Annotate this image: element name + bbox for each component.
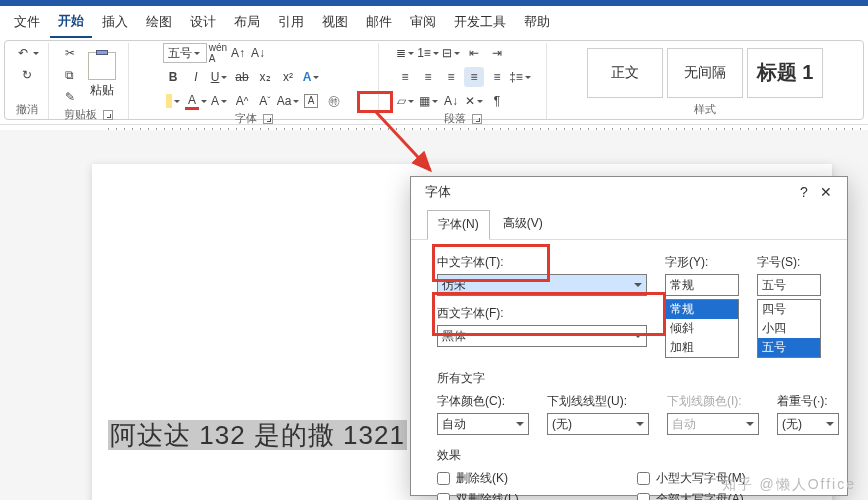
circled-char-button[interactable]: ㊕ bbox=[324, 91, 344, 111]
style-nospace[interactable]: 无间隔 bbox=[667, 48, 743, 98]
char-shading-button[interactable]: A bbox=[209, 91, 229, 111]
paste-button[interactable]: 粘贴 bbox=[85, 50, 119, 101]
font-color-button[interactable]: A bbox=[186, 91, 206, 111]
show-marks-button[interactable]: ¶ bbox=[487, 91, 507, 111]
dialog-tab-advanced[interactable]: 高级(V) bbox=[492, 209, 554, 239]
menu-layout[interactable]: 布局 bbox=[226, 9, 268, 37]
shrink-font2[interactable]: Aˇ bbox=[255, 91, 275, 111]
highlight-button[interactable] bbox=[163, 91, 183, 111]
underline-color-label: 下划线颜色(I): bbox=[667, 393, 759, 410]
emphasis-label: 着重号(·): bbox=[777, 393, 839, 410]
cn-font-combo[interactable]: 仿宋 bbox=[437, 274, 647, 296]
phonetic-button[interactable]: wénA bbox=[209, 44, 227, 62]
cb-double-strike[interactable]: 双删除线(L) bbox=[437, 491, 519, 500]
menu-mail[interactable]: 邮件 bbox=[358, 9, 400, 37]
west-font-combo[interactable]: 黑体 bbox=[437, 325, 647, 347]
cn-font-label: 中文字体(T): bbox=[437, 254, 647, 271]
cb-strike[interactable]: 删除线(K) bbox=[437, 470, 508, 487]
underline-color-combo: 自动 bbox=[667, 413, 759, 435]
align-right-button[interactable]: ≡ bbox=[441, 67, 461, 87]
menu-file[interactable]: 文件 bbox=[6, 9, 48, 37]
cut-button[interactable]: ✂ bbox=[59, 43, 81, 63]
shading-button[interactable]: ▱ bbox=[395, 91, 415, 111]
paste-label: 粘贴 bbox=[90, 82, 114, 99]
watermark: 知乎 @懒人Office bbox=[722, 476, 856, 494]
copy-button[interactable]: ⧉ bbox=[59, 65, 81, 85]
font-launcher[interactable] bbox=[263, 114, 273, 124]
font-style-label: 字形(Y): bbox=[665, 254, 739, 271]
font-size-list[interactable]: 四号 小四 五号 bbox=[757, 299, 821, 358]
font-size-input[interactable]: 五号 bbox=[757, 274, 821, 296]
dialog-title: 字体 bbox=[425, 183, 793, 201]
text-effects-button[interactable]: A bbox=[301, 67, 321, 87]
ribbon: ↶ ↻ 撤消 ✂ ⧉ ✎ 粘贴 剪贴板 五号 wénA bbox=[4, 40, 864, 120]
multilevel-button[interactable]: ⊟ bbox=[441, 43, 461, 63]
font-color-combo[interactable]: 自动 bbox=[437, 413, 529, 435]
sort-button[interactable]: A↓ bbox=[441, 91, 461, 111]
align-left-button[interactable]: ≡ bbox=[395, 67, 415, 87]
menu-ref[interactable]: 引用 bbox=[270, 9, 312, 37]
distribute-button[interactable]: ≡ bbox=[487, 67, 507, 87]
numbering-button[interactable]: 1≡ bbox=[418, 43, 438, 63]
menu-home[interactable]: 开始 bbox=[50, 8, 92, 38]
grow-font-button[interactable]: A↑ bbox=[229, 44, 247, 62]
strike-button[interactable]: ab bbox=[232, 67, 252, 87]
group-styles-label: 样式 bbox=[694, 102, 716, 117]
change-case-button[interactable]: Aa bbox=[278, 91, 298, 111]
borders-button[interactable]: ▦ bbox=[418, 91, 438, 111]
align-justify-button[interactable]: ≡ bbox=[464, 67, 484, 87]
brush-icon: ✎ bbox=[62, 89, 78, 105]
char-border-button[interactable]: A bbox=[301, 91, 321, 111]
menu-bar: 文件 开始 插入 绘图 设计 布局 引用 视图 邮件 审阅 开发工具 帮助 bbox=[0, 6, 868, 38]
style-heading1[interactable]: 标题 1 bbox=[747, 48, 823, 98]
para-marks-button[interactable]: ✕ bbox=[464, 91, 484, 111]
selected-text[interactable]: 阿达达 132 是的撒 1321 bbox=[108, 418, 407, 453]
font-style-input[interactable]: 常规 bbox=[665, 274, 739, 296]
effects-label: 效果 bbox=[437, 447, 831, 464]
highlight-icon bbox=[166, 94, 172, 108]
redo-icon: ↻ bbox=[19, 67, 35, 83]
redo-button[interactable]: ↻ bbox=[16, 65, 38, 85]
menu-help[interactable]: 帮助 bbox=[516, 9, 558, 37]
align-center-button[interactable]: ≡ bbox=[418, 67, 438, 87]
para-launcher[interactable] bbox=[472, 114, 482, 124]
undo-icon: ↶ bbox=[15, 45, 31, 61]
style-normal[interactable]: 正文 bbox=[587, 48, 663, 98]
menu-dev[interactable]: 开发工具 bbox=[446, 9, 514, 37]
indent-inc-button[interactable]: ⇥ bbox=[487, 43, 507, 63]
bullets-button[interactable]: ≣ bbox=[395, 43, 415, 63]
dialog-tab-font[interactable]: 字体(N) bbox=[427, 210, 490, 240]
font-size-label: 字号(S): bbox=[757, 254, 821, 271]
format-painter-button[interactable]: ✎ bbox=[59, 87, 81, 107]
group-undo-label: 撤消 bbox=[16, 102, 38, 119]
indent-dec-button[interactable]: ⇤ bbox=[464, 43, 484, 63]
font-color-label: 字体颜色(C): bbox=[437, 393, 529, 410]
superscript-button[interactable]: x² bbox=[278, 67, 298, 87]
undo-button[interactable]: ↶ bbox=[12, 43, 42, 63]
bold-button[interactable]: B bbox=[163, 67, 183, 87]
group-clipboard-label: 剪贴板 bbox=[64, 107, 97, 122]
menu-insert[interactable]: 插入 bbox=[94, 9, 136, 37]
dialog-help-button[interactable]: ? bbox=[793, 184, 815, 200]
underline-button[interactable]: U bbox=[209, 67, 229, 87]
line-spacing-button[interactable]: ‡≡ bbox=[510, 67, 530, 87]
font-style-list[interactable]: 常规 倾斜 加粗 bbox=[665, 299, 739, 358]
menu-design[interactable]: 设计 bbox=[182, 9, 224, 37]
menu-view[interactable]: 视图 bbox=[314, 9, 356, 37]
subscript-button[interactable]: x₂ bbox=[255, 67, 275, 87]
font-color-swatch bbox=[185, 107, 199, 110]
underline-style-combo[interactable]: (无) bbox=[547, 413, 649, 435]
underline-style-label: 下划线线型(U): bbox=[547, 393, 649, 410]
italic-button[interactable]: I bbox=[186, 67, 206, 87]
menu-draw[interactable]: 绘图 bbox=[138, 9, 180, 37]
copy-icon: ⧉ bbox=[62, 67, 78, 83]
west-font-label: 西文字体(F): bbox=[437, 305, 647, 322]
dialog-close-button[interactable]: ✕ bbox=[815, 184, 837, 200]
grow-font2[interactable]: A^ bbox=[232, 91, 252, 111]
paste-icon bbox=[88, 52, 116, 80]
shrink-font-button[interactable]: A↓ bbox=[249, 44, 267, 62]
clipboard-launcher[interactable] bbox=[103, 110, 113, 120]
emphasis-combo[interactable]: (无) bbox=[777, 413, 839, 435]
menu-review[interactable]: 审阅 bbox=[402, 9, 444, 37]
font-size-combo[interactable]: 五号 bbox=[163, 43, 207, 63]
